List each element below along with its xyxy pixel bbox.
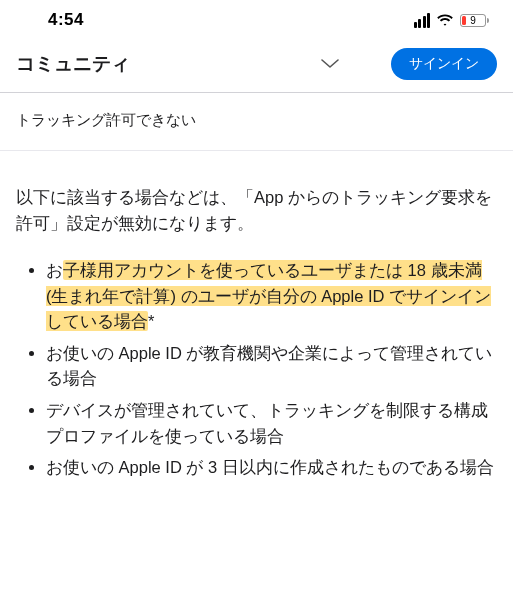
battery-icon: 9 — [460, 14, 489, 27]
conditions-list: お子様用アカウントを使っているユーザまたは 18 歳未満 (生まれ年で計算) の… — [16, 258, 497, 481]
list-item: お使いの Apple ID が 3 日以内に作成されたものである場合 — [46, 455, 497, 481]
list-item: お使いの Apple ID が教育機関や企業によって管理されている場合 — [46, 341, 497, 392]
signin-button[interactable]: サインイン — [391, 48, 497, 80]
wifi-icon — [436, 14, 454, 27]
list-item: デバイスが管理されていて、トラッキングを制限する構成プロファイルを使っている場合 — [46, 398, 497, 449]
cellular-signal-icon — [414, 13, 431, 28]
chevron-down-icon[interactable] — [321, 59, 339, 69]
article-content: 以下に該当する場合などは、「App からのトラッキング要求を許可」設定が無効にな… — [0, 151, 513, 497]
status-indicators: 9 — [414, 13, 490, 28]
nav-title[interactable]: コミュニティ — [16, 51, 130, 77]
highlighted-text: 子様用アカウントを使っているユーザまたは 18 歳未満 (生まれ年で計算) のユ… — [46, 260, 491, 331]
nav-bar: コミュニティ サインイン — [0, 36, 513, 92]
intro-paragraph: 以下に該当する場合などは、「App からのトラッキング要求を許可」設定が無効にな… — [16, 185, 497, 236]
status-time: 4:54 — [48, 10, 84, 30]
status-bar: 4:54 9 — [0, 0, 513, 36]
battery-level: 9 — [461, 15, 485, 26]
list-item: お子様用アカウントを使っているユーザまたは 18 歳未満 (生まれ年で計算) の… — [46, 258, 497, 335]
page-subhead: トラッキング許可できない — [0, 93, 513, 151]
